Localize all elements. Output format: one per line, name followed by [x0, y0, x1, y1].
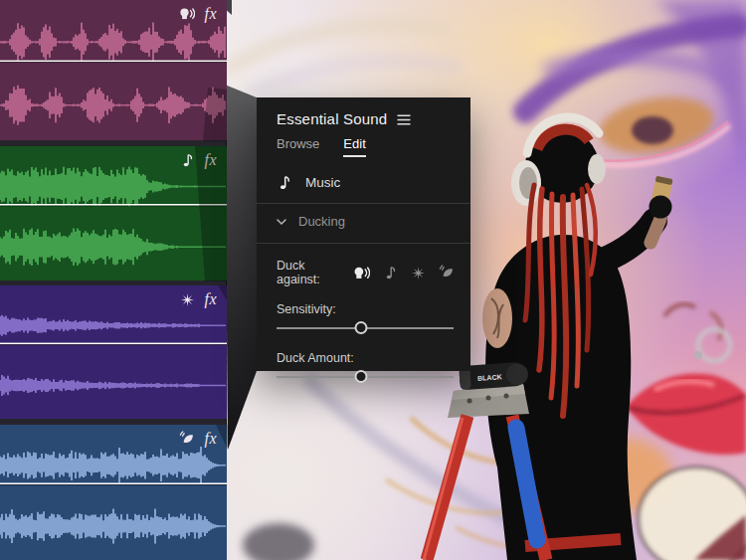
music-note-icon: [277, 174, 292, 191]
duck-against-music-icon[interactable]: [383, 265, 398, 280]
dialogue-clip[interactable]: fx: [0, 0, 227, 140]
dialogue-icon: [178, 6, 195, 22]
chevron-down-icon: [277, 219, 286, 226]
volume-keyframe-line[interactable]: [0, 483, 227, 485]
app-screenshot: BLACK: [0, 0, 746, 560]
divider: [257, 243, 470, 244]
hamburger-menu-icon[interactable]: [397, 114, 411, 125]
tab-browse[interactable]: Browse: [277, 136, 319, 157]
duck-amount-slider[interactable]: [277, 370, 454, 384]
fx-badge: fx: [204, 152, 217, 168]
volume-keyframe-line[interactable]: [0, 343, 227, 345]
panel-tabs: Browse Edit: [277, 136, 455, 157]
glove: [650, 196, 672, 219]
ambience-clip[interactable]: fx: [0, 425, 227, 560]
duck-against-sfx-icon[interactable]: [411, 266, 426, 280]
sfx-clip[interactable]: fx: [0, 285, 227, 419]
slider-handle[interactable]: [355, 370, 368, 383]
timeline-track-column: fx fx fx: [0, 0, 227, 560]
duck-against-dialogue-icon[interactable]: [352, 265, 370, 281]
clip-type-music[interactable]: Music: [277, 174, 455, 191]
music-clip[interactable]: fx: [0, 146, 227, 280]
volume-keyframe-line[interactable]: [0, 204, 227, 206]
duck-against-ambience-icon[interactable]: [439, 265, 455, 280]
fx-badge: fx: [204, 431, 217, 447]
panel-title: Essential Sound: [277, 110, 387, 127]
tab-edit[interactable]: Edit: [343, 136, 365, 157]
duck-amount-label: Duck Amount:: [277, 351, 455, 365]
sensitivity-slider[interactable]: [277, 321, 454, 335]
ducking-section-label: Ducking: [298, 214, 345, 229]
duck-against-row: Duck against:: [277, 259, 455, 286]
fx-badge: fx: [204, 291, 217, 307]
sensitivity-label: Sensitivity:: [277, 302, 455, 316]
nose-ring: [698, 329, 730, 361]
slider-handle[interactable]: [355, 321, 368, 334]
duck-against-label: Duck against:: [277, 259, 341, 286]
fx-badge: fx: [204, 6, 217, 22]
ducking-section-header[interactable]: Ducking: [277, 214, 455, 231]
essential-sound-panel: Essential Sound Browse Edit Music Duckin…: [257, 97, 470, 371]
ambience-leaf-icon: [179, 431, 195, 447]
divider: [257, 203, 470, 204]
sfx-star-icon: [180, 292, 195, 307]
music-note-icon: [180, 152, 195, 168]
clip-type-label: Music: [305, 175, 340, 190]
volume-keyframe-line[interactable]: [0, 61, 227, 63]
